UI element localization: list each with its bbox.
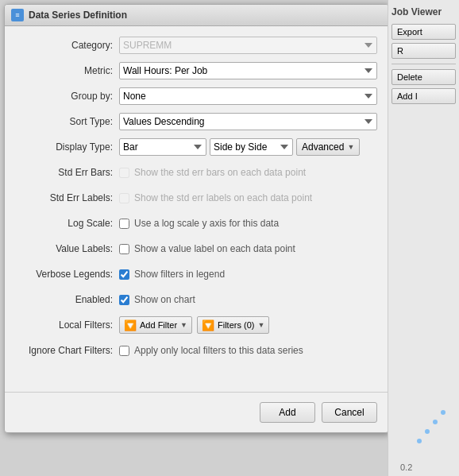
add-filter-arrow-icon: ▼	[180, 321, 187, 329]
verbose-legends-label: Verbose Legends:	[16, 269, 119, 280]
metric-label: Metric:	[16, 65, 119, 76]
local-filters-control: 🔽 Add Filter ▼ 🔽 Filters (0) ▼	[119, 316, 377, 334]
display-type-row: Display Type: Bar Side by Side Advanced …	[16, 137, 377, 157]
enabled-text: Show on chart	[134, 294, 195, 305]
value-labels-control: Show a value label on each data point	[119, 243, 377, 254]
ignore-chart-control: Apply only local filters to this data se…	[119, 345, 377, 356]
value-labels-checkbox[interactable]	[119, 244, 129, 254]
sidebar-divider	[392, 64, 456, 64]
dialog-icon: ≡	[11, 9, 24, 21]
add-filter-icon: 🔽	[124, 319, 137, 331]
dialog-body: Category: SUPREMM Metric: Wall Hours: Pe…	[5, 26, 388, 376]
add-i-label: Add I	[397, 91, 418, 101]
enabled-label: Enabled:	[16, 294, 119, 305]
sort-type-select[interactable]: Values Descending	[119, 113, 377, 130]
filters-arrow-icon: ▼	[257, 321, 264, 329]
dialog-title: Data Series Definition	[29, 10, 127, 21]
metric-control: Wall Hours: Per Job	[119, 62, 377, 79]
value-labels-row: Value Labels: Show a value label on each…	[16, 239, 377, 258]
add-i-button[interactable]: Add I	[392, 88, 456, 104]
chart-area	[411, 404, 451, 452]
delete-label: Delete	[397, 72, 422, 82]
category-label: Category:	[16, 40, 119, 51]
advanced-button[interactable]: Advanced ▼	[296, 138, 360, 156]
svg-point-2	[425, 429, 430, 434]
log-scale-control: Use a log scale y axis for this data	[119, 218, 377, 229]
ignore-chart-label: Ignore Chart Filters:	[16, 345, 119, 356]
category-row: Category: SUPREMM	[16, 36, 377, 55]
add-filter-label: Add Filter	[140, 320, 177, 330]
group-by-select[interactable]: None	[119, 87, 377, 105]
value-labels-label: Value Labels:	[16, 243, 119, 254]
sort-type-row: Sort Type: Values Descending	[16, 112, 377, 131]
export-button[interactable]: Export	[392, 24, 456, 40]
ignore-chart-text: Apply only local filters to this data se…	[134, 345, 303, 356]
ignore-chart-row: Ignore Chart Filters: Apply only local f…	[16, 341, 377, 360]
verbose-legends-checkbox[interactable]	[119, 269, 129, 280]
display-side-select[interactable]: Side by Side	[210, 138, 293, 156]
std-err-labels-row: Std Err Labels: Show the std err labels …	[16, 188, 377, 207]
std-err-labels-text: Show the std err labels on each data poi…	[134, 192, 312, 203]
verbose-legends-text: Show filters in legend	[134, 269, 225, 280]
std-err-labels-checkbox[interactable]	[119, 193, 129, 203]
sidebar-title: Job Viewer	[392, 6, 456, 17]
delete-button[interactable]: Delete	[392, 69, 456, 85]
metric-row: Metric: Wall Hours: Per Job	[16, 61, 377, 80]
std-err-bars-row: Std Err Bars: Show the std err bars on e…	[16, 163, 377, 182]
std-err-labels-label: Std Err Labels:	[16, 192, 119, 203]
svg-point-1	[433, 420, 438, 424]
verbose-legends-control: Show filters in legend	[119, 269, 377, 280]
group-by-control: None	[119, 87, 377, 105]
log-scale-row: Log Scale: Use a log scale y axis for th…	[16, 214, 377, 233]
chart-bottom-label: 0.2	[400, 462, 412, 472]
advanced-arrow-icon: ▼	[347, 143, 354, 151]
display-type-control: Bar Side by Side Advanced ▼	[119, 138, 377, 156]
std-err-labels-control: Show the std err labels on each data poi…	[119, 192, 377, 203]
log-scale-label: Log Scale:	[16, 218, 119, 229]
display-type-label: Display Type:	[16, 141, 119, 153]
r-label: R	[397, 46, 403, 56]
value-labels-text: Show a value label on each data point	[134, 243, 295, 254]
local-filters-label: Local Filters:	[16, 319, 119, 331]
svg-point-3	[417, 439, 422, 443]
filters-label: Filters (0)	[218, 320, 254, 330]
chart-visualization	[411, 404, 451, 452]
svg-point-0	[441, 410, 446, 415]
filters-button[interactable]: 🔽 Filters (0) ▼	[197, 316, 269, 334]
sidebar-panel: Job Viewer Export R Delete Add I 0.2	[388, 0, 459, 476]
enabled-row: Enabled: Show on chart	[16, 290, 377, 309]
data-series-dialog: ≡ Data Series Definition Category: SUPRE…	[4, 4, 389, 433]
r-button[interactable]: R	[392, 43, 456, 59]
std-err-bars-control: Show the std err bars on each data point	[119, 167, 377, 178]
filters-icon: 🔽	[202, 319, 214, 331]
log-scale-checkbox[interactable]	[119, 219, 129, 229]
std-err-bars-text: Show the std err bars on each data point	[134, 167, 306, 178]
category-control: SUPREMM	[119, 37, 377, 54]
dialog-footer: Add Cancel	[5, 392, 388, 432]
enabled-checkbox[interactable]	[119, 295, 129, 305]
sort-type-label: Sort Type:	[16, 116, 119, 127]
std-err-bars-checkbox[interactable]	[119, 168, 129, 178]
dialog-titlebar: ≡ Data Series Definition	[5, 5, 388, 26]
group-by-label: Group by:	[16, 91, 119, 102]
add-filter-button[interactable]: 🔽 Add Filter ▼	[119, 316, 192, 334]
ignore-chart-checkbox[interactable]	[119, 346, 129, 356]
std-err-bars-label: Std Err Bars:	[16, 167, 119, 178]
local-filters-row: Local Filters: 🔽 Add Filter ▼ 🔽 Filters …	[16, 315, 377, 335]
metric-select[interactable]: Wall Hours: Per Job	[119, 62, 377, 79]
verbose-legends-row: Verbose Legends: Show filters in legend	[16, 265, 377, 284]
category-select[interactable]: SUPREMM	[119, 37, 377, 54]
display-type-select[interactable]: Bar	[119, 138, 206, 156]
advanced-label: Advanced	[302, 141, 344, 153]
log-scale-text: Use a log scale y axis for this data	[134, 218, 279, 229]
enabled-control: Show on chart	[119, 294, 377, 305]
group-by-row: Group by: None	[16, 87, 377, 106]
sort-type-control: Values Descending	[119, 113, 377, 130]
export-label: Export	[397, 27, 422, 37]
cancel-button[interactable]: Cancel	[322, 402, 377, 423]
add-button[interactable]: Add	[260, 402, 315, 423]
